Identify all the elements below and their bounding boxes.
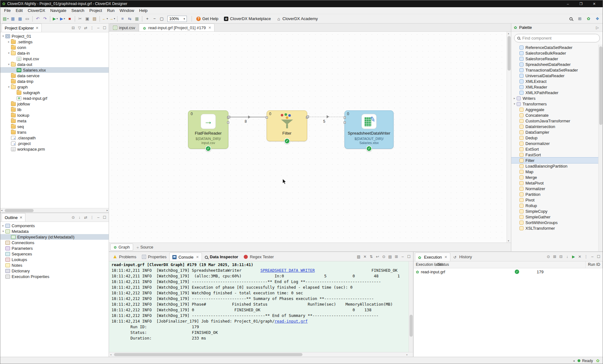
close-tab-icon[interactable]: ✕: [444, 255, 447, 259]
menu-item[interactable]: Help: [137, 8, 150, 13]
scrollbar-thumb[interactable]: [410, 315, 413, 337]
open-console-icon[interactable]: ⊞: [394, 254, 399, 260]
tab-source-view[interactable]: Source: [133, 244, 157, 251]
close-tab-icon[interactable]: ✕: [208, 26, 211, 30]
restore-trim-icon[interactable]: ◂: [573, 359, 574, 362]
zoom-fit-icon[interactable]: ▢: [158, 15, 165, 22]
tree-item[interactable]: data-in: [0, 50, 109, 56]
open-perspective-icon[interactable]: ⊞: [576, 15, 583, 22]
palette-item[interactable]: XMLExtract: [511, 78, 603, 84]
minimize-panel-icon[interactable]: –: [400, 254, 405, 260]
pin-console-icon[interactable]: ⊙: [381, 254, 387, 260]
output-port[interactable]: [227, 121, 229, 124]
save-icon[interactable]: ▦: [9, 15, 16, 22]
cloverdx-academy-button[interactable]: CloverDX Academy: [274, 15, 321, 23]
back-icon[interactable]: ←: [101, 15, 108, 22]
palette-item[interactable]: FastSort: [511, 152, 603, 158]
tab-read-input-grf[interactable]: read-input.grf [Project_01] #179 ✕: [139, 24, 215, 31]
print-icon[interactable]: ▭: [24, 15, 31, 22]
palette-item[interactable]: Partition: [511, 191, 603, 197]
tree-expander-icon[interactable]: [1, 230, 5, 233]
remove-launch-icon[interactable]: ✕: [362, 254, 368, 260]
outline-item[interactable]: Sequences: [0, 251, 109, 257]
tree-item[interactable]: graph: [0, 84, 109, 90]
tab-input-csv[interactable]: input.csv: [110, 24, 139, 31]
menu-item[interactable]: CloverDX: [25, 8, 48, 13]
expand-all-icon[interactable]: ⊞: [552, 254, 557, 260]
console-hscrollbar[interactable]: [109, 352, 413, 357]
input-port[interactable]: [344, 116, 346, 119]
distribute-icon[interactable]: ⇆: [126, 15, 133, 22]
palette-item[interactable]: Map: [511, 169, 603, 174]
tab-problems[interactable]: Problems: [110, 253, 139, 261]
tab-history[interactable]: History: [450, 253, 475, 261]
tree-item[interactable]: Project_01: [0, 33, 109, 39]
display-console-icon[interactable]: ▤: [387, 254, 393, 260]
palette-item[interactable]: UniversalDataReader: [511, 73, 603, 78]
view-menu-icon[interactable]: ⋮: [89, 215, 95, 220]
forward-icon[interactable]: →: [109, 15, 116, 22]
palette-item[interactable]: Merge: [511, 174, 603, 180]
canvas-vscrollbar[interactable]: [507, 32, 511, 243]
palette-item[interactable]: XSLTransformer: [511, 225, 603, 231]
menu-item[interactable]: Window: [117, 8, 137, 13]
zoom-select[interactable]: 100%: [167, 16, 187, 22]
get-help-button[interactable]: Get Help: [193, 15, 221, 23]
tree-item[interactable]: data-out: [0, 62, 109, 67]
execution-row[interactable]: read-input.grf 179: [414, 268, 603, 275]
edge-reader-filter[interactable]: [228, 117, 267, 117]
palette-item[interactable]: Pivot: [511, 197, 603, 203]
palette-item[interactable]: Filter: [511, 158, 603, 163]
input-port[interactable]: [344, 121, 346, 124]
tab-execution[interactable]: Execution ✕: [415, 253, 450, 261]
node-spreadsheetdatawriter[interactable]: 0 ✎ SpreadsheetDataWriter ${DATAOUT_DIR}…: [345, 110, 394, 149]
redo-icon[interactable]: ↷: [41, 15, 48, 22]
scrollbar-thumb[interactable]: [599, 46, 602, 125]
tree-item[interactable]: .settings: [0, 39, 109, 45]
filter-tree-icon[interactable]: ▽: [77, 25, 82, 31]
palette-item[interactable]: Rollup: [511, 203, 603, 208]
palette-item[interactable]: SpreadsheetDataReader: [511, 62, 603, 67]
menu-item[interactable]: Project: [87, 8, 105, 13]
scrollbar-thumb[interactable]: [114, 353, 302, 356]
designer-perspective-icon[interactable]: ❖: [594, 15, 601, 22]
paste-icon[interactable]: ▤: [91, 15, 98, 22]
focus-icon[interactable]: ⊙: [70, 215, 76, 220]
tree-item[interactable]: Salaries.xlsx: [0, 67, 109, 73]
palette-item[interactable]: Transformers: [511, 101, 603, 107]
collapse-all-icon[interactable]: ⊟: [70, 25, 76, 31]
maximize-window-button[interactable]: ❐: [574, 2, 588, 6]
tree-expander-icon[interactable]: [7, 40, 11, 43]
clear-console-icon[interactable]: ▧: [356, 254, 361, 260]
undo-icon[interactable]: ↶: [34, 15, 41, 22]
tree-expander-icon[interactable]: [1, 224, 5, 227]
collapse-all-icon[interactable]: ⊟: [558, 254, 564, 260]
tree-expander-icon[interactable]: [1, 35, 5, 38]
cut-icon[interactable]: ✂: [77, 15, 84, 22]
tree-item[interactable]: trans: [0, 129, 109, 135]
tab-graph-view[interactable]: Graph: [110, 244, 133, 251]
cloverdx-marketplace-button[interactable]: CloverDX Marketplace: [221, 15, 274, 23]
palette-item[interactable]: ExtSort: [511, 146, 603, 152]
align-icon[interactable]: ≡: [119, 15, 126, 22]
tree-item[interactable]: conn: [0, 45, 109, 50]
maximize-panel-icon[interactable]: ☐: [102, 25, 107, 31]
collapse-palette-icon[interactable]: ▷: [595, 25, 600, 30]
stop-graph-icon[interactable]: ■: [66, 15, 73, 22]
debug-graph-icon[interactable]: ▶: [59, 15, 66, 22]
tree-item[interactable]: subgraph: [0, 90, 109, 95]
palette-item[interactable]: Writers: [511, 95, 603, 101]
outline-item[interactable]: Parameters: [0, 245, 109, 251]
palette-item[interactable]: Dedup: [511, 135, 603, 141]
palette-item[interactable]: MetaPivot: [511, 180, 603, 186]
tab-console[interactable]: Console ✕: [169, 253, 202, 261]
remove-execution-icon[interactable]: ✕: [577, 254, 583, 260]
zoom-in-icon[interactable]: +: [144, 15, 151, 22]
column-header[interactable]: Execution label: [414, 261, 436, 268]
minimize-panel-icon[interactable]: –: [95, 215, 101, 220]
outline-item[interactable]: EmployeeSalary (id:Metadata0): [0, 234, 109, 240]
save-all-icon[interactable]: ▩: [17, 15, 24, 22]
cloverdx-perspective-icon[interactable]: ✿: [585, 15, 592, 22]
tab-regex-tester[interactable]: Regex Tester: [241, 253, 276, 261]
copy-icon[interactable]: ▣: [84, 15, 91, 22]
